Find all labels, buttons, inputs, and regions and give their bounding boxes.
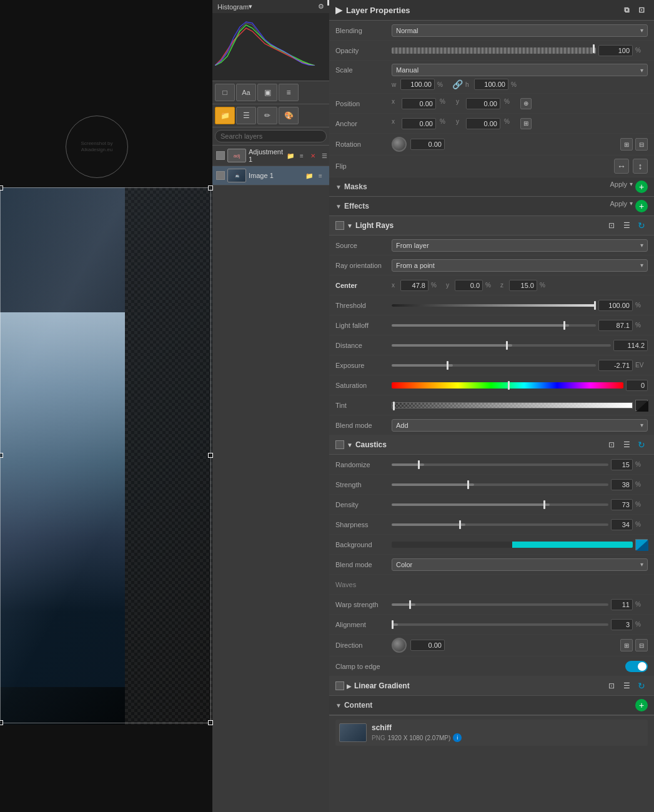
opacity-value[interactable]: 100	[598, 45, 633, 56]
saturation-value[interactable]: 0	[626, 380, 648, 391]
linear-gradient-list-btn[interactable]: ☰	[620, 680, 633, 692]
effects-add-btn[interactable]: +	[635, 200, 648, 212]
effects-apply-label[interactable]: Apply	[610, 200, 627, 212]
distance-value[interactable]: 114.2	[613, 340, 648, 351]
scale-w-value[interactable]: 100.00	[400, 79, 435, 90]
opacity-slider[interactable]	[392, 47, 596, 54]
search-input[interactable]	[215, 130, 327, 142]
toolbar-btn-group[interactable]: ▣	[257, 84, 277, 101]
position-y-value[interactable]: 0.00	[466, 98, 500, 109]
masks-add-btn[interactable]: +	[635, 181, 648, 193]
anchor-y-value[interactable]: 0.00	[466, 118, 500, 129]
center-z-value[interactable]: 15.0	[509, 280, 537, 291]
layer-close-icon-adj[interactable]: ✕	[308, 151, 318, 161]
randomize-slider[interactable]	[392, 463, 608, 466]
distance-slider[interactable]	[392, 344, 611, 347]
sharpness-value[interactable]: 34	[611, 519, 633, 530]
light-rays-checkbox[interactable]	[335, 221, 344, 230]
histogram-dropdown-arrow[interactable]: ▾	[249, 2, 252, 11]
toolbar-btn-layers[interactable]: □	[215, 84, 235, 101]
linear-gradient-refresh-btn[interactable]: ↻	[635, 680, 648, 692]
light-rays-list-btn[interactable]: ☰	[620, 219, 633, 232]
header-copy-btn[interactable]: ⧉	[620, 4, 633, 16]
source-dropdown[interactable]: From layer ▾	[392, 239, 648, 252]
rotation-grid-btn1[interactable]: ⊞	[620, 138, 633, 151]
content-section-header[interactable]: ▼ Content +	[329, 696, 654, 715]
effects-apply-arrow[interactable]: ▾	[630, 200, 633, 212]
layer-item-image[interactable]: 🚢 Image 1 📁 ≡	[212, 166, 329, 186]
layer-visibility-checkbox-adjustment[interactable]	[216, 151, 225, 160]
masks-section-header[interactable]: ▼ Masks Apply ▾ +	[329, 177, 654, 197]
flip-horizontal-btn[interactable]: ↔	[614, 159, 629, 174]
position-x-value[interactable]: 0.00	[402, 98, 436, 109]
density-value[interactable]: 73	[611, 499, 633, 510]
masks-apply-label[interactable]: Apply	[610, 181, 627, 193]
toolbar-btn-list[interactable]: ☰	[236, 107, 256, 124]
toolbar-btn-align[interactable]: ≡	[279, 84, 299, 101]
clamp-to-edge-toggle[interactable]	[625, 661, 648, 672]
background-color-picker[interactable]	[635, 539, 648, 550]
linear-gradient-checkbox[interactable]	[335, 681, 344, 690]
scale-link-icon[interactable]: 🔗	[452, 79, 463, 89]
background-slider[interactable]	[392, 542, 633, 548]
histogram-settings-icon[interactable]: ⚙	[318, 2, 324, 11]
exposure-value[interactable]: -2.71	[598, 360, 633, 371]
direction-knob[interactable]	[392, 638, 407, 653]
caustics-blend-mode-dropdown[interactable]: Color ▾	[392, 558, 648, 571]
anchor-grid-btn[interactable]: ⊞	[520, 118, 532, 129]
alignment-value[interactable]: 3	[611, 619, 633, 630]
strength-slider[interactable]	[392, 483, 608, 486]
light-falloff-value[interactable]: 87.1	[598, 320, 633, 331]
layer-folder-icon-img[interactable]: 📁	[304, 171, 314, 181]
light-rays-refresh-btn[interactable]: ↻	[635, 219, 648, 232]
light-falloff-slider[interactable]	[392, 324, 596, 327]
content-add-btn[interactable]: +	[635, 699, 648, 711]
threshold-slider[interactable]	[392, 304, 596, 307]
sharpness-slider[interactable]	[392, 523, 608, 526]
warp-strength-slider[interactable]	[392, 603, 608, 606]
rotation-value[interactable]: 0.00	[410, 139, 445, 150]
lr-blend-mode-dropdown[interactable]: Add ▾	[392, 419, 648, 432]
effects-section-header[interactable]: ▼ Effects Apply ▾ +	[329, 197, 654, 216]
alignment-slider[interactable]	[392, 623, 608, 626]
direction-grid-btn2[interactable]: ⊟	[635, 639, 648, 651]
direction-grid-btn1[interactable]: ⊞	[620, 639, 633, 651]
caustics-refresh-btn[interactable]: ↻	[635, 438, 648, 451]
density-slider[interactable]	[392, 503, 608, 506]
direction-value[interactable]: 0.00	[410, 640, 445, 651]
strength-value[interactable]: 38	[611, 479, 633, 490]
layer-folder-icon-adj[interactable]: 📁	[285, 151, 295, 161]
anchor-x-value[interactable]: 0.00	[402, 118, 436, 129]
layer-extra-icon-adj[interactable]: ☰	[319, 151, 329, 161]
exposure-slider[interactable]	[392, 364, 596, 367]
scale-dropdown[interactable]: Manual ▾	[392, 64, 648, 76]
toolbar-btn-pen[interactable]: ✏	[257, 107, 277, 124]
ray-orientation-dropdown[interactable]: From a point ▾	[392, 259, 648, 272]
layer-item-adjustment[interactable]: adj Adjustment 1 📁 ≡ ✕ ☰	[212, 146, 329, 166]
file-info-badge[interactable]: i	[453, 733, 462, 742]
blending-dropdown[interactable]: Normal ▾	[392, 24, 648, 37]
center-x-value[interactable]: 47.8	[400, 280, 429, 291]
masks-apply-arrow[interactable]: ▾	[630, 181, 633, 193]
randomize-value[interactable]: 15	[611, 459, 633, 470]
toolbar-btn-folder[interactable]: 📁	[215, 107, 235, 124]
saturation-slider[interactable]	[392, 382, 623, 389]
scale-h-value[interactable]: 100.00	[474, 79, 508, 90]
layer-visibility-checkbox-image[interactable]	[216, 171, 225, 180]
caustics-list-btn[interactable]: ☰	[620, 438, 633, 451]
threshold-value[interactable]: 100.00	[598, 300, 633, 311]
caustics-arrow[interactable]: ▼	[347, 442, 353, 448]
warp-strength-value[interactable]: 11	[611, 599, 633, 610]
tint-color-picker[interactable]	[635, 400, 648, 411]
toolbar-btn-text[interactable]: Aa	[236, 84, 256, 101]
linear-gradient-options-btn[interactable]: ⊡	[605, 680, 618, 692]
linear-gradient-arrow[interactable]: ▶	[347, 683, 352, 690]
layer-menu-icon-img[interactable]: ≡	[315, 171, 325, 181]
tint-slider[interactable]	[392, 402, 633, 408]
layer-menu-icon-adj[interactable]: ≡	[297, 151, 307, 161]
rotation-grid-btn2[interactable]: ⊟	[635, 138, 648, 151]
center-y-value[interactable]: 0.0	[455, 280, 483, 291]
caustics-checkbox[interactable]	[335, 440, 344, 449]
light-rays-options-btn[interactable]: ⊡	[605, 219, 618, 232]
light-rays-arrow[interactable]: ▼	[347, 222, 353, 229]
